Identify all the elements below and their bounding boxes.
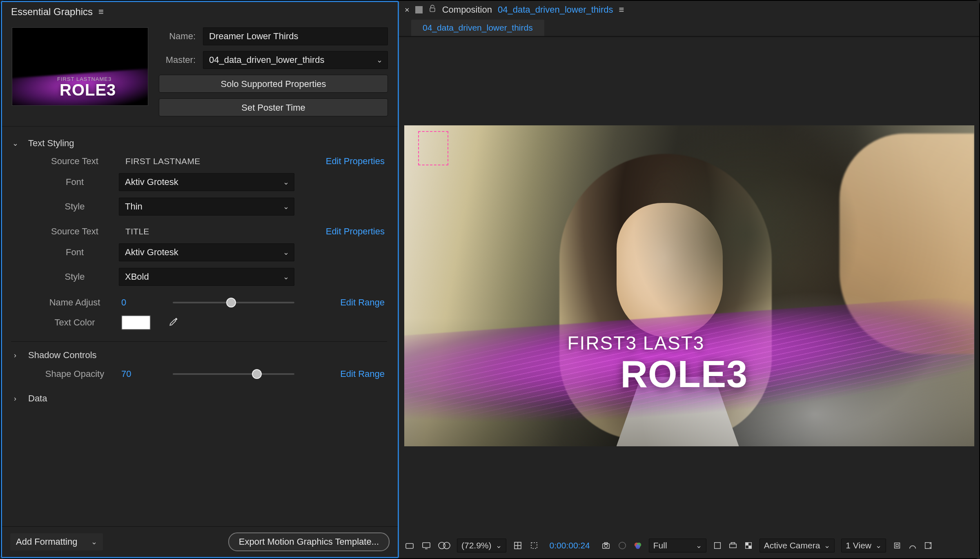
snapshot-icon[interactable] — [601, 541, 611, 550]
chevron-down-icon: ⌄ — [824, 541, 830, 550]
svg-rect-1 — [406, 543, 413, 548]
comp-name-link[interactable]: 04_data_driven_lower_thirds — [498, 4, 613, 15]
guides-icon[interactable] — [728, 541, 737, 550]
camera-select[interactable]: Active Camera ⌄ — [760, 539, 835, 552]
source-text-1: FIRST LASTNAME — [119, 156, 294, 166]
flowchart-tab[interactable]: 04_data_driven_lower_thirds — [411, 20, 544, 36]
svg-point-5 — [443, 542, 450, 549]
section-label: Data — [28, 393, 47, 404]
lower-third-role: ROLE3 — [621, 353, 748, 396]
solo-supported-button[interactable]: Solo Supported Properties — [159, 75, 388, 93]
viewer-footer: (72.9%) ⌄ 0:00:00:24 Full ⌄ Active Camer… — [399, 535, 979, 558]
svg-rect-24 — [896, 544, 898, 547]
svg-rect-23 — [895, 543, 900, 548]
svg-rect-9 — [531, 543, 537, 548]
master-label: Master: — [159, 55, 196, 65]
svg-point-13 — [619, 542, 626, 549]
style-label-1: Style — [31, 201, 119, 212]
close-tab-icon[interactable]: × — [405, 5, 410, 15]
svg-point-16 — [635, 544, 640, 549]
composition-panel: × Composition 04_data_driven_lower_third… — [399, 1, 979, 558]
magnify-icon[interactable] — [405, 541, 414, 550]
section-text-styling[interactable]: ⌄ Text Styling — [11, 133, 387, 154]
chevron-down-icon: ⌄ — [283, 248, 289, 257]
name-adjust-value[interactable]: 0 — [119, 297, 126, 308]
name-label: Name: — [159, 31, 196, 42]
text-color-swatch[interactable] — [121, 315, 151, 330]
lower-third-name: FIRST3 LAST3 — [568, 332, 705, 354]
chevron-down-icon: ⌄ — [496, 541, 502, 550]
svg-rect-21 — [748, 546, 751, 548]
roi-icon[interactable] — [529, 541, 539, 550]
name-adjust-slider[interactable] — [173, 296, 294, 309]
name-adjust-label: Name Adjust — [31, 297, 119, 308]
style-select-2[interactable]: XBold ⌄ — [119, 268, 294, 286]
panel-top: FIRST LASTNAME3 ROLE3 Name: Dreamer Lowe… — [2, 22, 398, 127]
chevron-down-icon: ⌄ — [696, 541, 702, 550]
font-select-1[interactable]: Aktiv Grotesk ⌄ — [119, 173, 294, 191]
color-mgmt-icon[interactable] — [633, 541, 642, 550]
export-mogrt-button[interactable]: Export Motion Graphics Template... — [228, 532, 390, 551]
style-select-1[interactable]: Thin ⌄ — [119, 198, 294, 216]
shape-opacity-value[interactable]: 70 — [119, 369, 131, 379]
zoom-select[interactable]: (72.9%) ⌄ — [457, 539, 506, 552]
svg-rect-17 — [714, 543, 720, 549]
panel-menu-icon[interactable]: ≡ — [98, 7, 104, 16]
composition-viewer[interactable]: FIRST3 LAST3 ROLE3 — [404, 125, 974, 446]
twirl-down-icon[interactable]: ⌄ — [11, 139, 19, 148]
display-icon[interactable] — [421, 541, 432, 550]
name-input[interactable]: Dreamer Lower Thirds — [203, 27, 388, 45]
twirl-right-icon[interactable]: › — [11, 394, 19, 403]
panel-title: Essential Graphics — [11, 6, 93, 18]
svg-rect-20 — [745, 543, 748, 546]
lock-icon[interactable] — [428, 4, 437, 16]
source-text-label-2: Source Text — [31, 226, 119, 237]
source-text-2: TITLE — [119, 227, 294, 236]
edit-properties-2[interactable]: Edit Properties — [294, 226, 387, 237]
edit-range-1[interactable]: Edit Range — [294, 297, 387, 308]
timecode-display[interactable]: 0:00:00:24 — [546, 539, 594, 552]
add-formatting-select[interactable]: Add Formatting ⌄ — [10, 533, 103, 550]
shape-opacity-slider[interactable] — [173, 368, 294, 380]
fast-previews-icon[interactable] — [908, 541, 917, 550]
resolution-icon[interactable] — [513, 541, 523, 550]
transparency-icon[interactable] — [744, 541, 753, 550]
timeline-icon[interactable] — [924, 541, 933, 550]
comp-label: Composition — [442, 4, 492, 15]
panel-header: Essential Graphics ≡ — [2, 2, 398, 22]
section-shadow-controls[interactable]: › Shadow Controls — [11, 345, 387, 365]
svg-rect-12 — [604, 543, 607, 544]
eyedropper-icon[interactable] — [169, 316, 179, 329]
font-label-1: Font — [31, 177, 119, 187]
tab-color-icon — [415, 6, 423, 13]
views-select[interactable]: 1 View ⌄ — [841, 539, 886, 552]
edit-properties-1[interactable]: Edit Properties — [294, 156, 387, 167]
poster-thumbnail[interactable]: FIRST LASTNAME3 ROLE3 — [12, 27, 148, 106]
quality-select[interactable]: Full ⌄ — [649, 539, 706, 552]
pixel-aspect-icon[interactable] — [893, 541, 902, 550]
font-select-2[interactable]: Aktiv Grotesk ⌄ — [119, 243, 294, 261]
text-color-label: Text Color — [31, 317, 119, 328]
grid-icon[interactable] — [713, 541, 722, 550]
mask-icon[interactable] — [438, 541, 450, 550]
section-data[interactable]: › Data — [11, 388, 387, 409]
shape-opacity-label: Shape Opacity — [31, 369, 119, 379]
selection-marker — [418, 131, 448, 165]
chevron-down-icon: ⌄ — [376, 56, 383, 65]
chevron-down-icon: ⌄ — [875, 541, 882, 550]
chevron-down-icon: ⌄ — [91, 537, 97, 546]
twirl-right-icon[interactable]: › — [11, 351, 19, 360]
chevron-down-icon: ⌄ — [283, 202, 289, 211]
edit-range-2[interactable]: Edit Range — [294, 369, 387, 379]
svg-rect-19 — [731, 543, 735, 544]
channels-icon[interactable] — [618, 541, 627, 550]
svg-rect-2 — [423, 543, 430, 548]
section-label: Text Styling — [28, 138, 74, 149]
style-label-2: Style — [31, 272, 119, 282]
set-poster-time-button[interactable]: Set Poster Time — [159, 98, 388, 116]
panel-menu-icon[interactable]: ≡ — [619, 5, 624, 14]
chevron-down-icon: ⌄ — [283, 272, 289, 281]
svg-rect-18 — [729, 544, 736, 548]
svg-point-11 — [604, 544, 607, 547]
master-select[interactable]: 04_data_driven_lower_thirds ⌄ — [203, 51, 388, 69]
